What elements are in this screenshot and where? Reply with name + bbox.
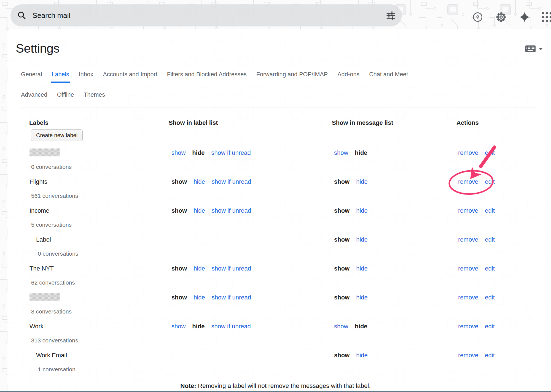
label-name: The NYT <box>29 265 54 272</box>
show-link[interactable]: show <box>334 323 348 330</box>
remove-link[interactable]: remove <box>458 207 478 214</box>
sparkle-gemini-icon[interactable] <box>518 11 531 23</box>
column-header-labels: Labels <box>29 119 49 127</box>
tab-chat-and-meet[interactable]: Chat and Meet <box>369 71 408 83</box>
hide-link[interactable]: hide <box>356 294 368 301</box>
settings-gear-icon[interactable] <box>495 11 507 23</box>
tab-labels[interactable]: Labels <box>51 71 70 83</box>
hide-link[interactable]: hide <box>193 294 205 301</box>
page-title: Settings <box>16 41 60 56</box>
show-link[interactable]: show <box>334 236 350 243</box>
conversation-count: 62 conversations <box>31 279 75 286</box>
tab-themes[interactable]: Themes <box>83 91 106 103</box>
show-link[interactable]: show <box>171 265 187 272</box>
tab-accounts-and-import[interactable]: Accounts and Import <box>102 71 158 83</box>
remove-link[interactable]: remove <box>458 149 478 156</box>
tab-add-ons[interactable]: Add-ons <box>337 71 360 83</box>
remove-link[interactable]: remove <box>458 265 478 272</box>
footer-note-text: Removing a label will not remove the mes… <box>196 382 371 389</box>
tab-general[interactable]: General <box>20 71 43 83</box>
edit-link[interactable]: edit <box>485 207 494 214</box>
column-header-show-in-label-list: Show in label list <box>169 119 218 127</box>
edit-link[interactable]: edit <box>485 265 494 272</box>
label-row: Work 313 conversations showhideshow if u… <box>0 319 551 348</box>
conversation-count: 5 conversations <box>31 221 72 228</box>
hide-link[interactable]: hide <box>355 323 367 330</box>
remove-link[interactable]: remove <box>458 236 478 243</box>
show-link[interactable]: show <box>334 265 350 272</box>
hide-link[interactable]: hide <box>356 178 368 185</box>
show-link[interactable]: show <box>334 294 350 301</box>
tune-icon[interactable] <box>386 10 396 20</box>
show-if-unread-link[interactable]: show if unread <box>212 207 251 214</box>
message-list-options: showhide <box>334 236 368 244</box>
show-link[interactable]: show <box>334 207 350 214</box>
edit-link[interactable]: edit <box>485 323 494 330</box>
hide-link[interactable]: hide <box>192 323 205 330</box>
label-row: 0 conversations showhideshow if unread s… <box>0 145 551 174</box>
edit-link[interactable]: edit <box>485 294 494 301</box>
input-tools-control[interactable] <box>525 45 543 52</box>
hide-link[interactable]: hide <box>193 178 205 185</box>
help-icon[interactable]: ? <box>472 11 484 23</box>
show-link[interactable]: show <box>171 323 186 330</box>
tab-forwarding-and-pop-imap[interactable]: Forwarding and POP/IMAP <box>256 71 328 83</box>
settings-tabs-row-1: General Labels Inbox Accounts and Import… <box>20 71 408 83</box>
hide-link[interactable]: hide <box>356 236 368 243</box>
edit-link[interactable]: edit <box>485 236 494 243</box>
label-name: Work Email <box>36 352 67 359</box>
show-if-unread-link[interactable]: show if unread <box>212 178 251 185</box>
show-if-unread-link[interactable]: show if unread <box>211 149 251 156</box>
hide-link[interactable]: hide <box>355 149 367 156</box>
remove-link[interactable]: remove <box>458 294 478 301</box>
show-if-unread-link[interactable]: show if unread <box>212 294 251 301</box>
show-if-unread-link[interactable]: show if unread <box>211 323 251 330</box>
conversation-count: 313 conversations <box>31 337 78 344</box>
show-link[interactable]: show <box>171 294 187 301</box>
tab-filters-and-blocked-addresses[interactable]: Filters and Blocked Addresses <box>166 71 247 83</box>
edit-link[interactable]: edit <box>485 149 494 156</box>
label-name: Work <box>29 323 44 330</box>
show-link[interactable]: show <box>334 178 350 185</box>
message-list-options: showhide <box>334 323 367 330</box>
search-icon[interactable] <box>17 11 26 20</box>
edit-link[interactable]: edit <box>485 352 494 359</box>
search-input[interactable]: Search mail <box>33 11 386 20</box>
label-list-options: showhideshow if unread <box>171 207 251 215</box>
label-row: 8 conversations showhideshow if unread s… <box>0 290 551 319</box>
hide-link[interactable]: hide <box>192 149 205 156</box>
apps-grid-icon[interactable] <box>541 11 551 23</box>
label-name: Income <box>29 207 49 215</box>
search-bar[interactable]: Search mail <box>10 4 402 26</box>
conversation-count: 8 conversations <box>31 308 72 315</box>
create-new-label-button[interactable]: Create new label <box>31 129 83 141</box>
conversation-count: 0 conversations <box>38 250 78 257</box>
footer-note: Note: Removing a label will not remove t… <box>0 382 551 390</box>
label-row-nested: Label 0 conversations showhide removeedi… <box>0 232 551 261</box>
tab-offline[interactable]: Offline <box>57 91 75 103</box>
edit-link[interactable]: edit <box>485 178 494 185</box>
hide-link[interactable]: hide <box>193 207 205 214</box>
redacted-label-name <box>29 148 60 156</box>
tab-inbox[interactable]: Inbox <box>78 71 94 83</box>
hide-link[interactable]: hide <box>356 207 368 214</box>
show-link[interactable]: show <box>334 352 350 359</box>
show-link[interactable]: show <box>171 178 187 185</box>
column-header-show-in-message-list: Show in message list <box>332 119 393 127</box>
tabs-divider <box>20 107 536 107</box>
hide-link[interactable]: hide <box>356 265 368 272</box>
show-if-unread-link[interactable]: show if unread <box>212 265 251 272</box>
tab-advanced[interactable]: Advanced <box>20 91 48 103</box>
remove-link[interactable]: remove <box>458 323 478 330</box>
conversation-count: 1 conversation <box>38 366 76 373</box>
hide-link[interactable]: hide <box>356 352 368 359</box>
show-link[interactable]: show <box>171 207 187 214</box>
label-row: The NYT 62 conversations showhideshow if… <box>0 261 551 290</box>
show-link[interactable]: show <box>171 149 186 156</box>
remove-link[interactable]: remove <box>458 352 478 359</box>
show-link[interactable]: show <box>334 149 348 156</box>
column-header-actions: Actions <box>456 119 479 127</box>
remove-link-annotated[interactable]: remove <box>458 178 478 185</box>
hide-link[interactable]: hide <box>193 265 205 272</box>
footer-note-bold: Note: <box>180 382 196 389</box>
